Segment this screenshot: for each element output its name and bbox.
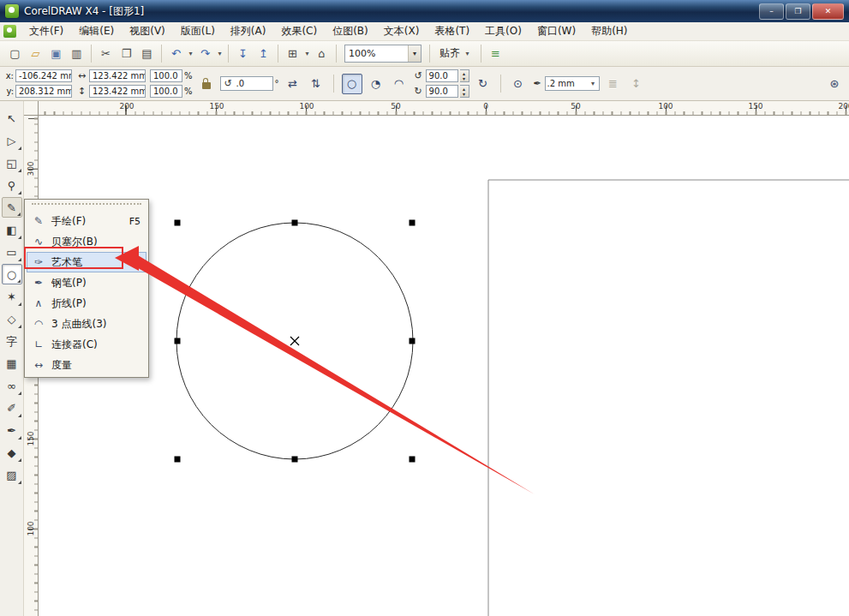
print-button[interactable]: ▥ (67, 44, 87, 63)
flyout-item-3-point-curve[interactable]: ◠ 3 点曲线(3) (27, 314, 146, 334)
smart-fill-tool[interactable]: ◧ (2, 219, 22, 240)
coreldraw-window: CorelDRAW X4 - [图形1] – ❐ ✕ 文件(F) 编辑(E) 视… (0, 0, 849, 616)
zoom-tool[interactable]: ⚲ (2, 175, 22, 195)
tool-icon: ◧ (6, 224, 16, 236)
flyout-item-connector[interactable]: ∟ 连接器(C) (27, 334, 146, 355)
close-button[interactable]: ✕ (812, 3, 844, 20)
redo-button[interactable]: ↷ (195, 44, 215, 63)
save-button[interactable]: ▣ (46, 44, 66, 63)
tool-icon: ✶ (7, 291, 16, 302)
ellipse-tool[interactable]: ○ (2, 264, 22, 284)
menu-layout[interactable]: 版面(L) (173, 21, 223, 41)
arc-direction-button[interactable]: ↻ (474, 75, 493, 93)
crop-tool[interactable]: ◱ (2, 153, 22, 173)
minimize-button[interactable]: – (759, 3, 784, 20)
mirror-horizontal-button[interactable]: ⇄ (284, 75, 302, 93)
ellipse-mode-button[interactable]: ○ (342, 74, 362, 94)
mirror-vertical-button[interactable]: ⇅ (307, 75, 326, 93)
dimension-button[interactable]: ↕ (627, 75, 646, 93)
convert-to-curves-button[interactable]: ⊙ (509, 75, 528, 93)
maximize-button[interactable]: ❐ (786, 3, 810, 20)
basic-shapes-tool[interactable]: ◇ (2, 308, 22, 329)
import-button[interactable]: ↧ (233, 44, 253, 63)
rotation-angle-field[interactable]: ↺ .0 (220, 76, 273, 91)
h-ruler-label: 50 (571, 102, 580, 111)
toolbar-separator (91, 45, 92, 63)
flyout-item-bezier[interactable]: ∿ 贝塞尔(B) (27, 231, 146, 252)
zoom-dropdown-icon[interactable]: ▾ (408, 45, 421, 62)
object-height-input[interactable]: 123.422 mm (89, 85, 146, 98)
flyout-item-artistic-media[interactable]: ✑ 艺术笔 I (27, 252, 146, 272)
undo-button[interactable]: ↶ (166, 44, 186, 63)
menu-edit[interactable]: 编辑(E) (71, 21, 122, 41)
lock-ratio-button[interactable] (197, 75, 216, 93)
h-ruler-label: 150 (209, 102, 224, 111)
welcome-screen-button[interactable]: ⌂ (312, 44, 332, 63)
end-angle-spinner[interactable]: ▴▾ (460, 85, 469, 98)
polygon-tool[interactable]: ✶ (2, 286, 22, 307)
application-launcher-dropdown[interactable]: ▾ (303, 50, 311, 57)
application-launcher-icon: ⊞ (288, 48, 297, 59)
freehand-curve-tool[interactable]: ✎ (2, 197, 22, 218)
menu-bitmaps[interactable]: 位图(B) (325, 21, 376, 41)
copy-button[interactable]: ❐ (117, 44, 136, 63)
pick-tool[interactable]: ↖ (2, 108, 22, 129)
flyout-item-dimension[interactable]: ↔ 度量 (27, 355, 146, 375)
table-tool[interactable]: ▦ (2, 353, 22, 374)
object-properties-button[interactable]: ⊛ (825, 75, 844, 93)
interactive-blend-tool[interactable]: ∞ (2, 375, 22, 396)
arc-mode-button[interactable]: ◠ (390, 75, 409, 93)
menu-help[interactable]: 帮助(H) (583, 21, 635, 41)
start-angle-input[interactable]: 90.0 (426, 69, 458, 82)
open-button[interactable]: ▱ (26, 44, 45, 63)
ruler-origin[interactable] (24, 101, 39, 116)
menu-table[interactable]: 表格(T) (427, 21, 477, 41)
flyout-item-label: 度量 (51, 358, 135, 373)
menu-tools[interactable]: 工具(O) (477, 21, 529, 41)
scale-horizontal-input[interactable]: 100.0 (150, 69, 182, 82)
paste-icon: ▤ (141, 48, 152, 59)
menu-bar: 文件(F) 编辑(E) 视图(V) 版面(L) 排列(A) 效果(C) 位图(B… (0, 22, 849, 41)
scale-vertical-input[interactable]: 100.0 (150, 85, 182, 98)
y-position-input[interactable]: 208.312 mm (15, 85, 72, 98)
undo-dropdown[interactable]: ▾ (187, 50, 194, 57)
paste-button[interactable]: ▤ (137, 44, 157, 63)
shape-tool[interactable]: ▷ (2, 130, 22, 151)
wrap-paragraph-text-button[interactable]: ≣ (604, 75, 623, 93)
outline-pen-tool[interactable]: ✒ (2, 420, 22, 440)
rectangle-tool[interactable]: ▭ (2, 242, 22, 262)
fill-tool[interactable]: ◆ (2, 442, 22, 463)
flyout-item-freehand[interactable]: ✎ 手绘(F) F5 (27, 211, 146, 231)
cut-button[interactable]: ✂ (96, 44, 116, 63)
menu-arrange[interactable]: 排列(A) (223, 21, 274, 41)
outline-width-combo[interactable]: .2 mm ▾ (545, 76, 600, 91)
flyout-item-polyline[interactable]: ∧ 折线(P) (27, 293, 146, 314)
text-tool[interactable]: 字 (2, 331, 22, 351)
new-button[interactable]: ▢ (5, 44, 25, 63)
menu-window[interactable]: 窗口(W) (529, 21, 583, 41)
menu-text[interactable]: 文本(X) (376, 21, 427, 41)
export-button[interactable]: ↥ (254, 44, 273, 63)
pie-mode-button[interactable]: ◔ (367, 75, 386, 93)
eyedropper-tool[interactable]: ✐ (2, 398, 22, 418)
flyout-grip-handle[interactable] (32, 203, 141, 207)
flyout-item-pen[interactable]: ✒ 钢笔(P) (27, 272, 146, 293)
tool-icon: ▦ (6, 358, 16, 369)
interactive-fill-tool[interactable]: ▨ (2, 464, 22, 485)
drawing-canvas[interactable] (39, 116, 849, 616)
menu-effects[interactable]: 效果(C) (273, 21, 325, 41)
zoom-level-combo[interactable]: 100% ▾ (344, 45, 422, 63)
menu-file[interactable]: 文件(F) (21, 21, 71, 41)
horizontal-ruler[interactable]: 20015010050050100150200 (39, 101, 849, 116)
redo-dropdown[interactable]: ▾ (216, 50, 224, 57)
application-launcher-button[interactable]: ⊞ (283, 44, 302, 63)
start-angle-spinner[interactable]: ▴▾ (460, 69, 469, 82)
options-button[interactable]: ≡ (486, 44, 505, 63)
object-width-input[interactable]: 123.422 mm (89, 69, 146, 82)
x-position-input[interactable]: -106.242 mm (15, 69, 72, 82)
snap-to-button[interactable]: 贴齐 ▾ (434, 45, 476, 63)
menu-view[interactable]: 视图(V) (122, 21, 173, 41)
degree-label: ° (275, 79, 279, 88)
end-angle-input[interactable]: 90.0 (426, 85, 458, 98)
toolbar-separator (278, 45, 278, 63)
